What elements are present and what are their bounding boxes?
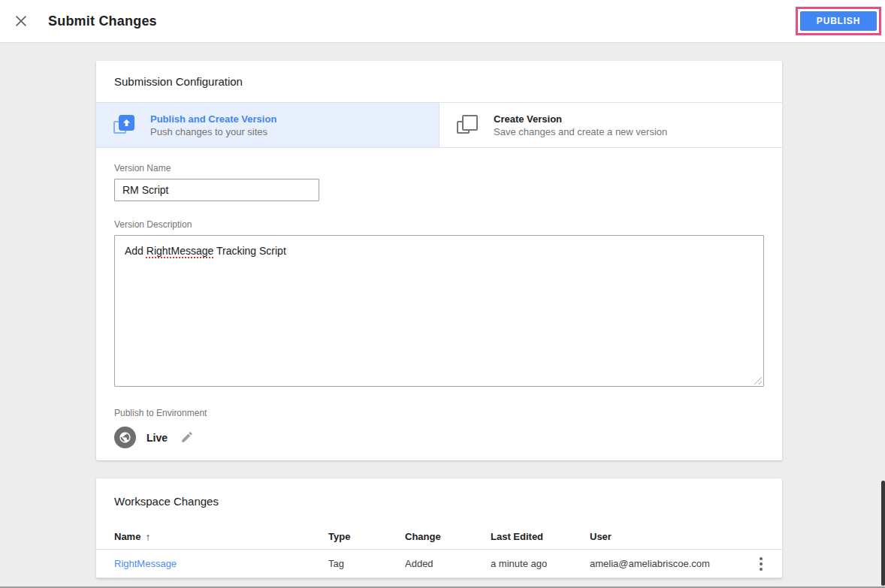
- column-header-type[interactable]: Type: [328, 531, 405, 542]
- textarea-resize-handle[interactable]: [752, 375, 762, 384]
- publish-button[interactable]: PUBLISH: [800, 11, 877, 31]
- version-name-label: Version Name: [114, 163, 764, 173]
- submission-configuration-title: Submission Configuration: [96, 61, 782, 103]
- stack-front-layer: [119, 115, 134, 131]
- close-icon: [13, 13, 29, 29]
- change-kind-cell: Added: [405, 558, 491, 569]
- submit-changes-screen: Submit Changes PUBLISH Submission Config…: [0, 0, 885, 588]
- column-header-name[interactable]: Name ↑: [114, 531, 328, 543]
- content-area: Submission Configuration Publish and Cre…: [0, 43, 885, 588]
- change-name-cell: RightMessage: [114, 558, 328, 569]
- live-environment-badge: [114, 427, 136, 448]
- row-menu-cell: [740, 554, 782, 574]
- scrollbar-thumb[interactable]: [881, 481, 885, 586]
- tab-text: Publish and Create Version Push changes …: [150, 113, 276, 138]
- description-text: Add: [125, 245, 146, 257]
- version-name-input[interactable]: [114, 179, 319, 201]
- submission-type-tabs: Publish and Create Version Push changes …: [96, 103, 782, 148]
- tab-title: Publish and Create Version: [150, 113, 276, 125]
- tab-subtitle: Save changes and create a new version: [494, 125, 667, 138]
- submission-form: Version Name Version Description Add Rig…: [96, 148, 782, 448]
- change-name-link[interactable]: RightMessage: [114, 558, 177, 569]
- tab-subtitle: Push changes to your sites: [150, 125, 276, 138]
- close-button[interactable]: [12, 13, 30, 31]
- pencil-icon: [180, 430, 194, 444]
- description-text: Tracking Script: [213, 245, 285, 257]
- description-misspelled-word: RightMessage: [146, 245, 214, 257]
- version-description-textarea[interactable]: Add RightMessage Tracking Script: [114, 235, 764, 387]
- tab-publish-and-create-version[interactable]: Publish and Create Version Push changes …: [96, 103, 439, 147]
- workspace-changes-title: Workspace Changes: [96, 478, 782, 524]
- kebab-dot: [760, 562, 763, 565]
- workspace-changes-card: Workspace Changes Name ↑ Type Change Las…: [96, 478, 782, 578]
- environment-row: Live: [114, 427, 764, 448]
- stack-front-layer: [462, 115, 478, 131]
- upload-arrow-icon: [122, 119, 131, 127]
- tab-create-version[interactable]: Create Version Save changes and create a…: [439, 103, 782, 147]
- environment-name: Live: [146, 432, 168, 444]
- change-type-cell: Tag: [328, 558, 405, 569]
- column-header-user[interactable]: User: [590, 531, 740, 542]
- publish-button-highlight-annotation: PUBLISH: [796, 7, 881, 35]
- row-overflow-menu-button[interactable]: [757, 554, 766, 574]
- version-description-label: Version Description: [114, 219, 764, 230]
- kebab-dot: [760, 568, 763, 571]
- column-header-last-edited[interactable]: Last Edited: [491, 531, 590, 542]
- publish-upload-icon: [113, 114, 135, 137]
- publish-environment-label: Publish to Environment: [114, 408, 764, 418]
- top-bar: Submit Changes PUBLISH: [0, 0, 885, 43]
- page-title: Submit Changes: [48, 0, 157, 43]
- user-cell: amelia@ameliabriscoe.com: [590, 558, 740, 569]
- edit-environment-button[interactable]: [180, 430, 195, 445]
- sort-ascending-icon: ↑: [145, 531, 150, 543]
- column-label: Name: [114, 531, 140, 542]
- kebab-dot: [760, 557, 763, 560]
- tab-text: Create Version Save changes and create a…: [494, 113, 667, 138]
- tab-title: Create Version: [494, 113, 667, 125]
- table-header-row: Name ↑ Type Change Last Edited User: [96, 524, 782, 550]
- globe-icon: [119, 431, 131, 444]
- last-edited-cell: a minute ago: [491, 558, 590, 569]
- column-header-change[interactable]: Change: [405, 531, 491, 542]
- table-row: RightMessage Tag Added a minute ago amel…: [96, 550, 782, 578]
- submission-configuration-card: Submission Configuration Publish and Cre…: [96, 61, 782, 460]
- create-version-copy-icon: [456, 114, 479, 137]
